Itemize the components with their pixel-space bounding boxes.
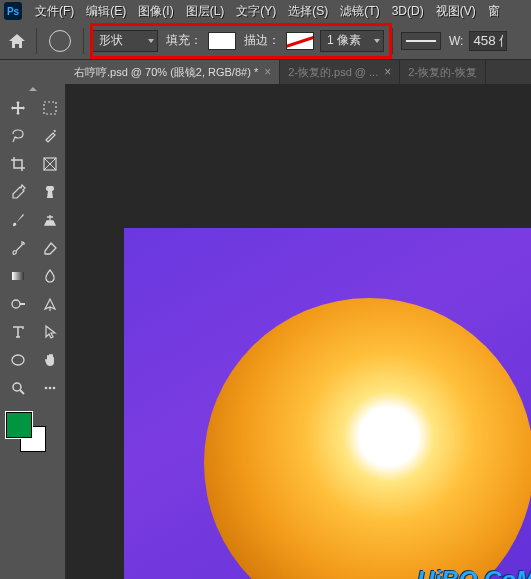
shape-mode-label: 形状 (99, 32, 123, 49)
tab-inactive[interactable]: 2-恢复的-恢复 (400, 60, 485, 84)
stroke-width-input[interactable]: 1 像素 (320, 30, 384, 52)
menu-image[interactable]: 图像(I) (135, 1, 176, 22)
magic-wand-tool-icon[interactable] (36, 124, 64, 148)
clone-stamp-tool-icon[interactable] (36, 208, 64, 232)
stroke-swatch[interactable] (286, 32, 314, 50)
menu-window[interactable]: 窗 (485, 1, 503, 22)
menu-select[interactable]: 选择(S) (285, 1, 331, 22)
collapse-icon[interactable] (0, 84, 65, 94)
crop-tool-icon[interactable] (4, 152, 32, 176)
ellipse-tool-icon[interactable] (49, 30, 71, 52)
hand-tool-icon[interactable] (36, 348, 64, 372)
move-tool-icon[interactable] (4, 96, 32, 120)
artwork-sphere (204, 298, 531, 579)
menu-filter[interactable]: 滤镜(T) (337, 1, 382, 22)
zoom-tool-icon[interactable] (4, 376, 32, 400)
svg-point-6 (13, 383, 21, 391)
menu-edit[interactable]: 编辑(E) (83, 1, 129, 22)
fill-swatch[interactable] (208, 32, 236, 50)
healing-brush-tool-icon[interactable] (36, 180, 64, 204)
shape-mode-dropdown[interactable]: 形状 (92, 30, 158, 52)
marquee-tool-icon[interactable] (36, 96, 64, 120)
svg-point-9 (53, 387, 56, 390)
width-label: W: (449, 34, 463, 48)
brush-tool-icon[interactable] (4, 208, 32, 232)
menu-type[interactable]: 文字(Y) (233, 1, 279, 22)
tab-active[interactable]: 右哼哼.psd @ 70% (眼镜2, RGB/8#) * × (66, 60, 280, 84)
canvas-area[interactable]: UiBQ.CoM (66, 84, 531, 579)
frame-tool-icon[interactable] (36, 152, 64, 176)
svg-rect-3 (12, 272, 24, 280)
svg-point-7 (45, 387, 48, 390)
svg-point-4 (12, 300, 20, 308)
gradient-tool-icon[interactable] (4, 264, 32, 288)
width-input[interactable] (469, 31, 507, 51)
home-icon[interactable] (6, 31, 28, 51)
divider (36, 28, 37, 54)
eyedropper-tool-icon[interactable] (4, 180, 32, 204)
path-selection-tool-icon[interactable] (36, 320, 64, 344)
svg-point-8 (49, 387, 52, 390)
close-icon[interactable]: × (264, 65, 271, 79)
chevron-down-icon (374, 39, 380, 43)
menubar: Ps 文件(F) 编辑(E) 图像(I) 图层(L) 文字(Y) 选择(S) 滤… (0, 0, 531, 22)
divider (83, 28, 84, 54)
tool-panel (0, 84, 66, 579)
menu-view[interactable]: 视图(V) (433, 1, 479, 22)
lasso-tool-icon[interactable] (4, 124, 32, 148)
app-icon: Ps (4, 2, 22, 20)
chevron-down-icon (148, 39, 154, 43)
ellipse-shape-tool-icon[interactable] (4, 348, 32, 372)
menu-3d[interactable]: 3D(D) (389, 2, 427, 20)
pen-tool-icon[interactable] (36, 292, 64, 316)
document-canvas[interactable]: UiBQ.CoM (124, 228, 531, 579)
history-brush-tool-icon[interactable] (4, 236, 32, 260)
tab-label: 2-恢复的-恢复 (408, 65, 476, 80)
svg-rect-0 (44, 102, 56, 114)
blur-tool-icon[interactable] (36, 264, 64, 288)
svg-rect-2 (46, 186, 54, 191)
edit-toolbar-icon[interactable] (36, 376, 64, 400)
tab-label: 2-恢复的.psd @ ... (288, 65, 378, 80)
stroke-label: 描边： (244, 32, 280, 49)
eraser-tool-icon[interactable] (36, 236, 64, 260)
menu-file[interactable]: 文件(F) (32, 1, 77, 22)
document-tabs: 右哼哼.psd @ 70% (眼镜2, RGB/8#) * × 2-恢复的.ps… (66, 60, 531, 84)
divider (392, 28, 393, 54)
close-icon[interactable]: × (384, 65, 391, 79)
watermark: UiBQ.CoM (417, 566, 531, 579)
svg-point-5 (12, 355, 24, 365)
tab-inactive[interactable]: 2-恢复的.psd @ ... × (280, 60, 400, 84)
color-swatches[interactable] (6, 412, 62, 454)
stroke-style-dropdown[interactable] (401, 32, 441, 50)
foreground-color-swatch[interactable] (6, 412, 32, 438)
workspace: UiBQ.CoM (0, 84, 531, 579)
menu-layer[interactable]: 图层(L) (183, 1, 228, 22)
dodge-tool-icon[interactable] (4, 292, 32, 316)
solid-line-icon (406, 40, 436, 42)
options-bar: 形状 填充： 描边： 1 像素 W: (0, 22, 531, 60)
tab-label: 右哼哼.psd @ 70% (眼镜2, RGB/8#) * (74, 65, 258, 80)
fill-label: 填充： (166, 32, 202, 49)
type-tool-icon[interactable] (4, 320, 32, 344)
stroke-width-value: 1 像素 (327, 32, 361, 49)
